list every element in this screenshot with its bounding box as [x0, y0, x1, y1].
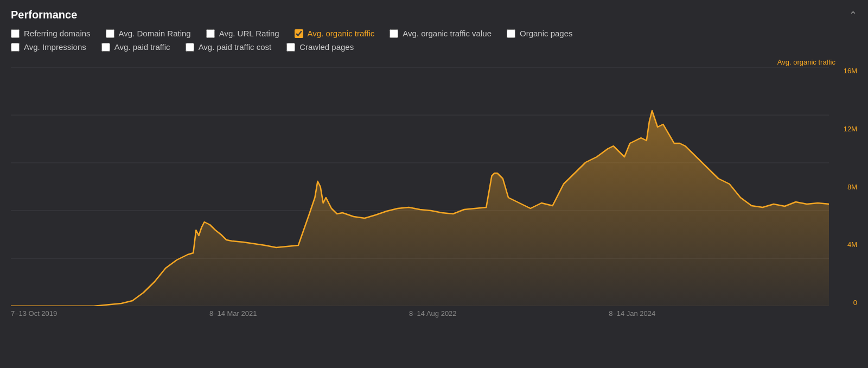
x-label-aug2022: 8–14 Aug 2022: [409, 309, 456, 318]
checkbox-organic_pages[interactable]: Organic pages: [507, 29, 573, 38]
checkbox-input-organic_pages[interactable]: [507, 29, 515, 38]
y-label-4m: 4M: [847, 241, 857, 248]
y-axis: 16M 12M 8M 4M 0: [831, 67, 857, 306]
checkbox-input-avg_organic_traffic[interactable]: [295, 29, 303, 38]
y-label-12m: 12M: [844, 125, 857, 132]
checkbox-avg_organic_traffic[interactable]: Avg. organic traffic: [295, 29, 375, 38]
checkbox-input-avg_domain_rating[interactable]: [106, 29, 114, 38]
checkbox-input-avg_organic_traffic_value[interactable]: [390, 29, 398, 38]
checkbox-avg_impressions[interactable]: Avg. Impressions: [11, 42, 86, 52]
checkbox-row-1: Referring domainsAvg. Domain RatingAvg. …: [0, 27, 868, 40]
checkbox-avg_url_rating[interactable]: Avg. URL Rating: [206, 29, 279, 38]
checkbox-referring_domains[interactable]: Referring domains: [11, 29, 91, 38]
checkbox-avg_organic_traffic_value[interactable]: Avg. organic traffic value: [390, 29, 492, 38]
collapse-button[interactable]: ⌃: [849, 9, 857, 21]
checkbox-input-avg_paid_traffic_cost[interactable]: [186, 43, 194, 52]
chart-wrapper: 16M 12M 8M 4M 0: [11, 67, 857, 306]
chart-svg-container: [11, 67, 829, 306]
x-label-jan2024: 8–14 Jan 2024: [609, 309, 655, 318]
panel-header: Performance ⌃: [0, 0, 868, 27]
checkbox-crawled_pages[interactable]: Crawled pages: [286, 42, 354, 52]
checkbox-input-avg_url_rating[interactable]: [206, 29, 215, 38]
series-label: Avg. organic traffic: [0, 58, 868, 66]
y-label-0: 0: [853, 299, 857, 306]
x-axis-labels: 7–13 Oct 2019 8–14 Mar 2021 8–14 Aug 202…: [11, 306, 857, 318]
checkbox-input-crawled_pages[interactable]: [286, 43, 295, 52]
checkbox-input-avg_paid_traffic[interactable]: [101, 43, 110, 52]
y-label-16m: 16M: [844, 67, 857, 74]
checkbox-avg_domain_rating[interactable]: Avg. Domain Rating: [106, 29, 191, 38]
x-label-mar2021: 8–14 Mar 2021: [209, 309, 257, 318]
performance-panel: Performance ⌃ Referring domainsAvg. Doma…: [0, 0, 868, 368]
panel-title: Performance: [11, 9, 77, 21]
checkbox-input-avg_impressions[interactable]: [11, 43, 20, 52]
x-label-oct2019: 7–13 Oct 2019: [11, 309, 57, 318]
checkbox-avg_paid_traffic_cost[interactable]: Avg. paid traffic cost: [186, 42, 272, 52]
chart-svg: [11, 67, 829, 306]
checkbox-avg_paid_traffic[interactable]: Avg. paid traffic: [101, 42, 170, 52]
chart-area: Avg. organic traffic 16M 12M 8M 4M 0: [0, 58, 868, 319]
checkbox-row-2: Avg. ImpressionsAvg. paid trafficAvg. pa…: [0, 40, 868, 54]
checkbox-input-referring_domains[interactable]: [11, 29, 20, 38]
y-label-8m: 8M: [847, 183, 857, 191]
